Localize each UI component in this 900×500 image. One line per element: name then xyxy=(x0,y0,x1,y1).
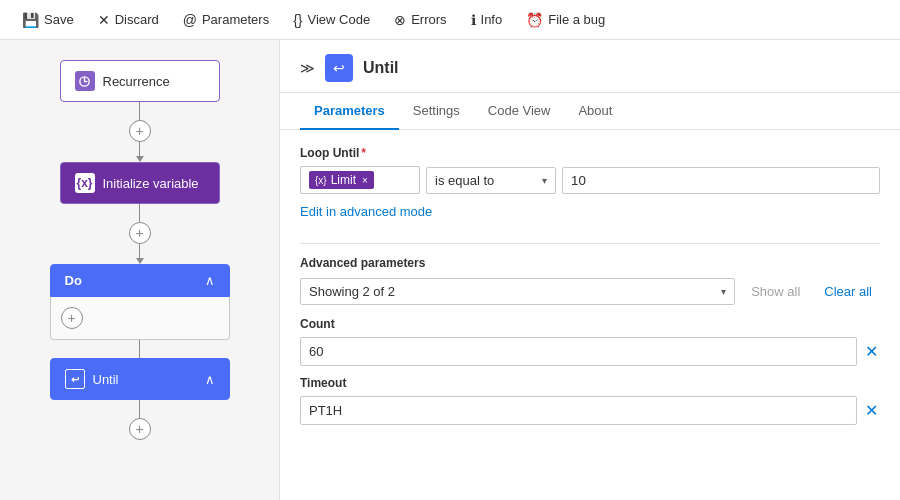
expand-panel-icon[interactable]: ≫ xyxy=(300,60,315,76)
divider xyxy=(300,243,880,244)
timeout-label: Timeout xyxy=(300,376,880,390)
condition-chevron-icon: ▾ xyxy=(542,175,547,186)
do-header[interactable]: Do ∧ xyxy=(50,264,230,297)
until-label: Until xyxy=(93,372,119,387)
timeout-clear-button[interactable]: ✕ xyxy=(863,399,880,422)
errors-icon: ⊗ xyxy=(394,12,406,28)
do-expand-icon: ∧ xyxy=(205,273,215,288)
connector-4: + xyxy=(129,400,151,440)
tab-parameters[interactable]: Parameters xyxy=(300,93,399,130)
timeout-input[interactable] xyxy=(300,396,857,425)
add-step-btn-3[interactable]: + xyxy=(129,418,151,440)
tab-settings[interactable]: Settings xyxy=(399,93,474,130)
flow-canvas: Recurrence + {x} Initialize variable + D… xyxy=(0,40,280,500)
errors-button[interactable]: ⊗ Errors xyxy=(384,8,456,32)
view-code-button[interactable]: {} View Code xyxy=(283,8,380,32)
limit-tag: {x} Limit × xyxy=(309,171,374,189)
advanced-params-label: Advanced parameters xyxy=(300,256,425,270)
view-code-label: View Code xyxy=(308,12,371,27)
count-row: ✕ xyxy=(300,337,880,366)
file-bug-label: File a bug xyxy=(548,12,605,27)
info-button[interactable]: ℹ Info xyxy=(461,8,513,32)
recurrence-icon xyxy=(75,71,95,91)
connector-3 xyxy=(139,340,140,358)
clear-all-button[interactable]: Clear all xyxy=(816,280,880,303)
tag-var-icon: {x} xyxy=(315,175,327,186)
line xyxy=(139,204,140,222)
do-block: Do ∧ + xyxy=(50,264,230,340)
loop-until-label: Loop Until* xyxy=(300,146,880,160)
until-node[interactable]: ↩ Until ∧ xyxy=(50,358,230,400)
adv-select-row: Showing 2 of 2 ▾ Show all Clear all xyxy=(300,278,880,305)
toolbar: 💾 Save ✕ Discard @ Parameters {} View Co… xyxy=(0,0,900,40)
line2 xyxy=(139,244,140,258)
count-clear-button[interactable]: ✕ xyxy=(863,340,880,363)
timeout-field: Timeout ✕ xyxy=(300,376,880,425)
bug-icon: ⏰ xyxy=(526,12,543,28)
add-step-btn-do[interactable]: + xyxy=(61,307,83,329)
value-input[interactable] xyxy=(562,167,880,194)
loop-until-field: Loop Until* {x} Limit × is equal to ▾ xyxy=(300,146,880,194)
line xyxy=(139,400,140,418)
until-collapse-icon: ∧ xyxy=(205,372,215,387)
loop-until-tag-input[interactable]: {x} Limit × xyxy=(300,166,420,194)
until-icon: ↩ xyxy=(65,369,85,389)
connector-1: + xyxy=(129,102,151,162)
count-input[interactable] xyxy=(300,337,857,366)
right-panel: ≫ ↩ Until Parameters Settings Code View … xyxy=(280,40,900,500)
errors-label: Errors xyxy=(411,12,446,27)
panel-content: Loop Until* {x} Limit × is equal to ▾ xyxy=(280,130,900,500)
init-variable-label: Initialize variable xyxy=(103,176,199,191)
showing-select[interactable]: Showing 2 of 2 ▾ xyxy=(300,278,735,305)
panel-title: Until xyxy=(363,59,399,77)
discard-label: Discard xyxy=(115,12,159,27)
panel-title-icon: ↩ xyxy=(325,54,353,82)
panel-header: ≫ ↩ Until xyxy=(280,40,900,93)
line2 xyxy=(139,142,140,156)
tag-close-icon[interactable]: × xyxy=(362,175,368,186)
parameters-button[interactable]: @ Parameters xyxy=(173,8,279,32)
showing-text: Showing 2 of 2 xyxy=(309,284,395,299)
do-container: + xyxy=(50,297,230,340)
edit-advanced-mode-link[interactable]: Edit in advanced mode xyxy=(300,204,432,219)
info-icon: ℹ xyxy=(471,12,476,28)
discard-icon: ✕ xyxy=(98,12,110,28)
line xyxy=(139,340,140,358)
recurrence-label: Recurrence xyxy=(103,74,170,89)
showing-chevron-icon: ▾ xyxy=(721,286,726,297)
timeout-row: ✕ xyxy=(300,396,880,425)
init-variable-node[interactable]: {x} Initialize variable xyxy=(60,162,220,204)
panel-tabs: Parameters Settings Code View About xyxy=(280,93,900,130)
main-layout: Recurrence + {x} Initialize variable + D… xyxy=(0,40,900,500)
count-field: Count ✕ xyxy=(300,317,880,366)
view-code-icon: {} xyxy=(293,12,302,28)
discard-button[interactable]: ✕ Discard xyxy=(88,8,169,32)
required-marker: * xyxy=(361,146,366,160)
line xyxy=(139,102,140,120)
until-inner: ↩ Until xyxy=(65,369,119,389)
add-step-btn-1[interactable]: + xyxy=(129,120,151,142)
parameters-label: Parameters xyxy=(202,12,269,27)
add-step-btn-2[interactable]: + xyxy=(129,222,151,244)
recurrence-node[interactable]: Recurrence xyxy=(60,60,220,102)
save-icon: 💾 xyxy=(22,12,39,28)
save-button[interactable]: 💾 Save xyxy=(12,8,84,32)
show-all-button[interactable]: Show all xyxy=(743,280,808,303)
count-label: Count xyxy=(300,317,880,331)
loop-until-row: {x} Limit × is equal to ▾ xyxy=(300,166,880,194)
save-label: Save xyxy=(44,12,74,27)
advanced-params-header: Advanced parameters xyxy=(300,256,880,270)
condition-select[interactable]: is equal to ▾ xyxy=(426,167,556,194)
tag-text: Limit xyxy=(331,173,356,187)
tab-code-view[interactable]: Code View xyxy=(474,93,565,130)
variable-icon: {x} xyxy=(75,173,95,193)
condition-text: is equal to xyxy=(435,173,494,188)
connector-2: + xyxy=(129,204,151,264)
file-bug-button[interactable]: ⏰ File a bug xyxy=(516,8,615,32)
parameters-icon: @ xyxy=(183,12,197,28)
do-label: Do xyxy=(65,273,82,288)
tab-about[interactable]: About xyxy=(564,93,626,130)
info-label: Info xyxy=(481,12,503,27)
